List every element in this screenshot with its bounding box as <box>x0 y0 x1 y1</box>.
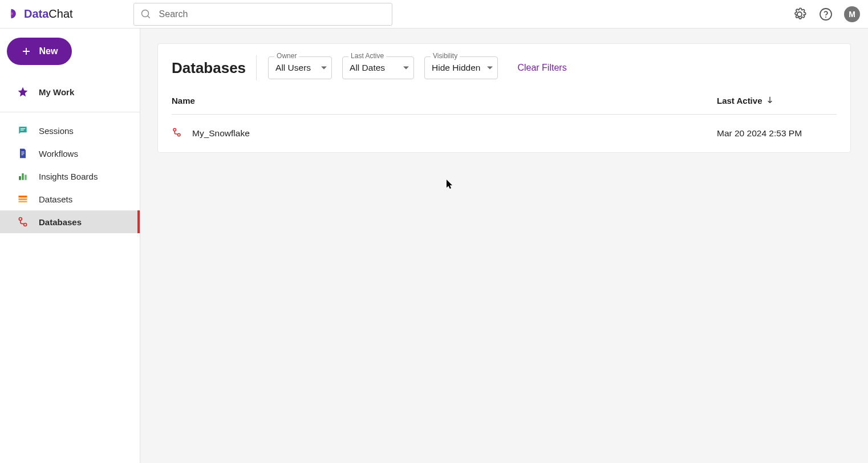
svg-rect-7 <box>19 201 27 202</box>
svg-point-10 <box>173 128 176 131</box>
sidebar-item-sessions[interactable]: Sessions <box>0 119 140 142</box>
svg-point-8 <box>19 218 22 221</box>
sort-desc-icon <box>765 95 774 106</box>
col-header-last-active[interactable]: Last Active <box>717 95 837 106</box>
svg-rect-6 <box>19 198 27 200</box>
sidebar-item-label: Databases <box>39 217 82 227</box>
sidebar-item-insights[interactable]: Insights Boards <box>0 165 140 188</box>
svg-rect-2 <box>19 176 21 180</box>
brand-part2: Chat <box>48 7 72 20</box>
top-bar: DataChat M <box>0 0 868 29</box>
filter-value: Hide Hidden <box>432 63 480 73</box>
svg-rect-4 <box>25 175 26 180</box>
table-row[interactable]: My_Snowflake Mar 20 2024 2:53 PM <box>172 115 837 152</box>
clear-filters-link[interactable]: Clear Filters <box>517 63 566 73</box>
col-header-name[interactable]: Name <box>172 96 717 105</box>
help-icon <box>819 7 833 21</box>
sidebar-item-mywork[interactable]: My Work <box>0 80 140 104</box>
document-icon <box>17 148 29 159</box>
col-header-label: Name <box>172 96 195 105</box>
search-box[interactable] <box>133 3 392 26</box>
brand-logo[interactable]: DataChat <box>8 7 73 21</box>
svg-rect-5 <box>19 196 27 197</box>
title-divider <box>256 55 257 80</box>
filter-label: Visibility <box>431 52 460 60</box>
row-name: My_Snowflake <box>192 128 250 139</box>
filter-label: Last Active <box>348 52 386 60</box>
bar-chart-icon <box>17 170 29 182</box>
database-icon <box>17 216 29 228</box>
table-icon <box>17 193 29 205</box>
settings-button[interactable] <box>792 6 808 22</box>
new-button-label: New <box>39 46 58 56</box>
chevron-down-icon <box>321 67 327 70</box>
databases-table: Name Last Active <box>158 87 850 152</box>
avatar[interactable]: M <box>844 6 860 22</box>
logo-icon <box>8 8 21 21</box>
gear-icon <box>793 7 806 21</box>
filter-value: All Users <box>275 63 311 73</box>
search-icon <box>141 9 151 19</box>
row-last-active: Mar 20 2024 2:53 PM <box>717 128 802 139</box>
sidebar-item-label: Datasets <box>39 194 72 204</box>
search-input[interactable] <box>158 9 385 20</box>
new-button[interactable]: New <box>7 38 72 65</box>
col-header-label: Last Active <box>717 96 762 105</box>
page-title: Databases <box>172 59 246 77</box>
chevron-down-icon <box>403 67 409 70</box>
card-header: Databases Owner All Users Last Active Al… <box>158 44 850 87</box>
filter-last-active[interactable]: Last Active All Dates <box>342 56 414 79</box>
avatar-initial: M <box>849 10 855 19</box>
sidebar-item-workflows[interactable]: Workflows <box>0 142 140 165</box>
svg-point-0 <box>820 9 832 20</box>
sidebar-separator <box>0 112 140 112</box>
sidebar: New My Work Sessions Workflows <box>0 29 140 463</box>
sidebar-item-label: My Work <box>39 87 74 97</box>
svg-point-11 <box>178 133 181 136</box>
sidebar-item-label: Sessions <box>39 126 74 136</box>
filter-owner[interactable]: Owner All Users <box>268 56 332 79</box>
chevron-down-icon <box>487 67 493 70</box>
filter-value: All Dates <box>350 63 385 73</box>
star-icon <box>17 86 29 98</box>
filter-label: Owner <box>274 52 299 60</box>
databases-card: Databases Owner All Users Last Active Al… <box>157 43 851 153</box>
help-button[interactable] <box>818 6 834 22</box>
sidebar-item-databases[interactable]: Databases <box>0 210 140 233</box>
svg-rect-3 <box>22 173 23 180</box>
sidebar-item-label: Workflows <box>39 149 78 159</box>
filter-visibility[interactable]: Visibility Hide Hidden <box>424 56 498 79</box>
brand-part1: Data <box>24 7 48 20</box>
sidebar-item-label: Insights Boards <box>39 172 98 181</box>
main-content: Databases Owner All Users Last Active Al… <box>140 29 868 463</box>
database-icon <box>172 127 182 140</box>
table-header: Name Last Active <box>172 87 837 115</box>
plus-icon <box>21 46 31 56</box>
sidebar-item-datasets[interactable]: Datasets <box>0 188 140 210</box>
svg-point-1 <box>825 17 826 18</box>
chat-icon <box>17 125 29 136</box>
svg-point-9 <box>24 224 27 226</box>
